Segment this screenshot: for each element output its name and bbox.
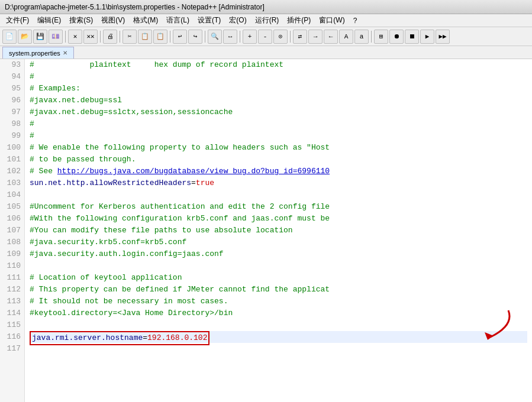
code-line-112: # This property can be defined if JMeter… — [30, 284, 527, 296]
line-number-117: 117 — [4, 343, 21, 355]
line-number-104: 104 — [4, 189, 21, 201]
tab-system-properties[interactable]: system.properties ✕ — [2, 47, 74, 59]
tb-new[interactable]: 📄 — [2, 30, 17, 44]
line-number-105: 105 — [4, 201, 21, 213]
tb-indent[interactable]: → — [308, 30, 323, 44]
line-number-102: 102 — [4, 166, 21, 177]
code-line-111: # Location of keytool application — [30, 272, 527, 284]
tb-undo[interactable]: ↩ — [173, 30, 187, 44]
line-number-109: 109 — [4, 248, 21, 260]
tb-close[interactable]: ✕ — [68, 30, 82, 44]
code-line-103: sun.net.http.allowRestrictedHeaders=true — [30, 177, 527, 189]
tb-macro-stop[interactable]: ⏹ — [405, 30, 419, 44]
menu-file[interactable]: 文件(F) — [2, 14, 33, 27]
menu-plugins[interactable]: 插件(P) — [283, 14, 314, 27]
line-number-112: 112 — [4, 284, 21, 296]
tab-label: system.properties — [9, 50, 60, 57]
code-line-107: #You can modify these file paths to use … — [30, 225, 527, 236]
menu-search[interactable]: 搜索(S) — [66, 14, 96, 27]
toolbar-sep-4 — [170, 31, 170, 43]
code-line-114: #keytool.directory=<Java Home Directory>… — [30, 307, 527, 319]
line-number-99: 99 — [4, 130, 21, 142]
line-number-101: 101 — [4, 154, 21, 166]
tb-block[interactable]: ⊞ — [374, 30, 388, 44]
code-line-95: # Examples: — [30, 83, 527, 95]
link-bugdb[interactable]: http://bugs.java.com/bugdatabase/view_bu… — [57, 167, 330, 176]
line-number-108: 108 — [4, 236, 21, 248]
menu-view[interactable]: 视图(V) — [98, 14, 128, 27]
code-line-98: # — [30, 118, 527, 130]
tb-zoom-reset[interactable]: ⊙ — [273, 30, 288, 44]
toolbar-sep-2 — [100, 31, 101, 43]
tb-zoom-in[interactable]: + — [243, 30, 257, 44]
code-line-116: java.rmi.server.hostname=192.168.0.102 — [30, 331, 527, 343]
menu-format[interactable]: 格式(M) — [130, 14, 162, 27]
code-line-94: # — [30, 71, 527, 83]
tb-close-all[interactable]: ✕✕ — [83, 30, 98, 44]
tb-redo[interactable]: ↪ — [188, 30, 202, 44]
menu-help[interactable]: ? — [350, 15, 361, 26]
tb-macro-play[interactable]: ▶ — [420, 30, 434, 44]
tb-sync[interactable]: ⇄ — [293, 30, 307, 44]
code-line-96: #javax.net.debug=ssl — [30, 95, 527, 106]
tb-find-replace[interactable]: ↔ — [223, 30, 237, 44]
toolbar: 📄 📂 💾 💷 ✕ ✕✕ 🖨 ✂ 📋 📋 ↩ ↪ 🔍 ↔ + - ⊙ ⇄ → ←… — [0, 27, 532, 46]
tab-close-icon[interactable]: ✕ — [63, 50, 67, 56]
line-number-103: 103 — [4, 177, 21, 189]
line-number-110: 110 — [4, 260, 21, 272]
tb-paste[interactable]: 📋 — [153, 30, 167, 44]
line-numbers: 9394959697989910010110210310410510610710… — [0, 59, 25, 402]
menu-settings[interactable]: 设置(T) — [194, 14, 224, 27]
line-number-107: 107 — [4, 225, 21, 236]
line-number-114: 114 — [4, 307, 21, 319]
tb-case-lower[interactable]: a — [354, 30, 369, 44]
code-line-97: #javax.net.debug=sslctx,session,sessionc… — [30, 106, 527, 118]
tb-copy[interactable]: 📋 — [138, 30, 152, 44]
tb-macro-record[interactable]: ⏺ — [389, 30, 404, 44]
tb-save[interactable]: 💾 — [33, 30, 47, 44]
menu-language[interactable]: 语言(L) — [163, 14, 193, 27]
line-number-106: 106 — [4, 213, 21, 225]
toolbar-sep-6 — [240, 31, 240, 43]
tb-zoom-out[interactable]: - — [258, 30, 272, 44]
menu-bar: 文件(F) 编辑(E) 搜索(S) 视图(V) 格式(M) 语言(L) 设置(T… — [0, 14, 532, 27]
toolbar-sep-3 — [120, 31, 120, 43]
line-number-95: 95 — [4, 83, 21, 95]
tb-open[interactable]: 📂 — [18, 30, 32, 44]
code-line-105: #Uncomment for Kerberos authentication a… — [30, 201, 527, 213]
line-number-113: 113 — [4, 296, 21, 307]
line-number-111: 111 — [4, 272, 21, 284]
line-number-96: 96 — [4, 95, 21, 106]
code-line-106: #With the following configuration krb5.c… — [30, 213, 527, 225]
code-line-110 — [30, 260, 527, 272]
title-bar: D:\program\apache-jmeter-5.1.1\bin\syste… — [0, 0, 532, 14]
editor[interactable]: 9394959697989910010110210310410510610710… — [0, 59, 532, 402]
tab-bar: system.properties ✕ — [0, 46, 532, 59]
code-line-109: #java.security.auth.login.config=jaas.co… — [30, 248, 527, 260]
line-number-115: 115 — [4, 319, 21, 331]
tb-find[interactable]: 🔍 — [208, 30, 222, 44]
toolbar-sep-8 — [371, 31, 372, 43]
tb-print[interactable]: 🖨 — [103, 30, 117, 44]
menu-window[interactable]: 窗口(W) — [315, 14, 348, 27]
toolbar-sep-5 — [205, 31, 205, 43]
code-line-102: # See http://bugs.java.com/bugdatabase/v… — [30, 166, 527, 177]
menu-edit[interactable]: 编辑(E) — [34, 14, 65, 27]
tb-macro-run[interactable]: ▶▶ — [436, 30, 450, 44]
tb-case-upper[interactable]: A — [339, 30, 353, 44]
code-line-93: # plaintext hex dump of record plaintext — [30, 59, 527, 71]
code-area: 9394959697989910010110210310410510610710… — [0, 59, 532, 402]
menu-run[interactable]: 运行(R) — [252, 14, 283, 27]
line-number-100: 100 — [4, 142, 21, 154]
tb-unindent[interactable]: ← — [324, 30, 338, 44]
tb-save-all[interactable]: 💷 — [49, 30, 63, 44]
menu-macro[interactable]: 宏(O) — [225, 14, 250, 27]
code-line-101: # to be passed through. — [30, 154, 527, 166]
line-number-98: 98 — [4, 118, 21, 130]
line-number-116: 116 — [4, 331, 21, 343]
tb-cut[interactable]: ✂ — [122, 30, 137, 44]
title-text: D:\program\apache-jmeter-5.1.1\bin\syste… — [5, 3, 265, 11]
code-line-115 — [30, 319, 527, 331]
code-content[interactable]: # plaintext hex dump of record plaintext… — [25, 59, 532, 402]
line-number-94: 94 — [4, 71, 21, 83]
